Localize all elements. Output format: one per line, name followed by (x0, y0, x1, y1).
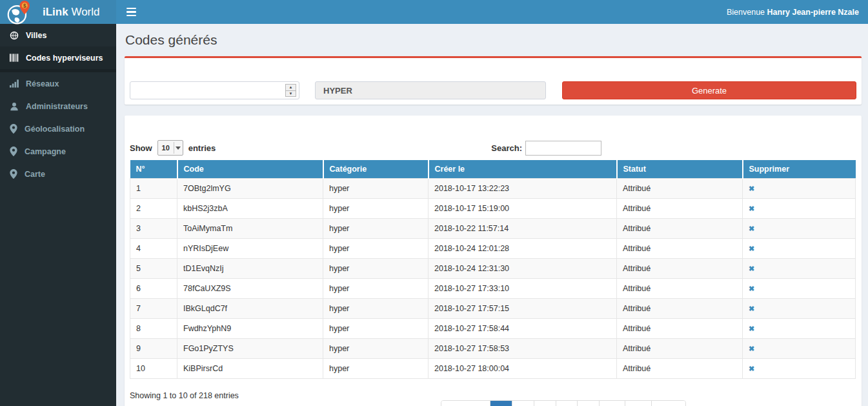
table-row: 10 KiBPirsrCd hyper 2018-10-27 18:00:04 … (130, 359, 856, 379)
table-row: 6 78fCaUXZ9S hyper 2018-10-27 17:33:10 A… (130, 279, 856, 299)
delete-icon[interactable]: ✖ (749, 205, 754, 212)
pagination-page-2[interactable]: 2 (512, 401, 534, 406)
cell-code: FGo1PyZTYS (177, 339, 323, 359)
header-categorie[interactable]: Catégorie (323, 160, 429, 179)
cell-statut: Attribué (617, 259, 743, 279)
sidebar-toggle-hamburger-icon[interactable] (116, 0, 146, 24)
page-length-select[interactable]: 10 (157, 140, 183, 156)
search-input[interactable] (525, 141, 601, 156)
cell-numero: 7 (130, 299, 177, 319)
table-row: 5 tD1EvqNzIj hyper 2018-10-24 12:31:30 A… (130, 259, 856, 279)
cell-statut: Attribué (617, 199, 743, 219)
cell-creer-le: 2018-10-27 17:58:44 (429, 319, 617, 339)
delete-icon[interactable]: ✖ (749, 225, 754, 232)
cell-statut: Attribué (617, 359, 743, 379)
header-supprimer[interactable]: Supprimer (743, 160, 856, 179)
search-label: Search: (491, 143, 522, 153)
cell-categorie: hyper (323, 319, 429, 339)
cell-code: kbHS2j3zbA (177, 199, 323, 219)
table-row: 7 IBkGLqdC7f hyper 2018-10-27 17:57:15 A… (130, 299, 856, 319)
cell-code: tD1EvqNzIj (177, 259, 323, 279)
quantity-field-wrap: ▲ ▼ (130, 81, 299, 99)
sidebar: Villes Codes hyperviseurs Réseaux Admini… (0, 24, 116, 406)
pagination-page-22[interactable]: 22 (625, 401, 651, 406)
cell-creer-le: 2018-10-27 18:00:04 (429, 359, 617, 379)
sidebar-item-campagne[interactable]: Campagne (0, 140, 116, 163)
table-row: 9 FGo1PyZTYS hyper 2018-10-27 17:58:53 A… (130, 339, 856, 359)
cell-code: 7OBtg2lmYG (177, 179, 323, 199)
cell-creer-le: 2018-10-17 13:22:23 (429, 179, 617, 199)
cell-creer-le: 2018-10-27 17:57:15 (429, 299, 617, 319)
header-numero[interactable]: N° (130, 160, 177, 179)
delete-icon[interactable]: ✖ (749, 285, 754, 292)
header-statut[interactable]: Statut (617, 160, 743, 179)
header-creer-le[interactable]: Créer le (429, 160, 617, 179)
cell-creer-le: 2018-10-24 12:31:30 (429, 259, 617, 279)
delete-icon[interactable]: ✖ (749, 185, 754, 192)
cell-creer-le: 2018-10-17 15:19:00 (429, 199, 617, 219)
header-code[interactable]: Code (177, 160, 323, 179)
show-label: Show (130, 143, 152, 153)
cell-categorie: hyper (323, 199, 429, 219)
entries-label: entries (188, 143, 216, 153)
quantity-input[interactable] (130, 81, 299, 99)
cell-numero: 10 (130, 359, 177, 379)
cell-categorie: hyper (323, 219, 429, 239)
delete-icon[interactable]: ✖ (749, 325, 754, 332)
spinner-up-button[interactable]: ▲ (285, 84, 296, 90)
pagination-page-1[interactable]: 1 (490, 401, 512, 406)
sidebar-item-villes[interactable]: Villes (0, 24, 116, 46)
codes-table-box: Show 10 entries Search: N° Code Catégori… (125, 116, 862, 406)
ilink-world-logo-icon: $ (5, 0, 34, 26)
globe-icon (10, 31, 19, 40)
signal-icon (10, 79, 19, 88)
code-generation-box: ▲ ▼ Generate (125, 56, 862, 105)
map-marker-icon (10, 147, 17, 156)
map-marker-icon (10, 169, 17, 179)
table-row: 4 nYRIsDjEew hyper 2018-10-24 12:01:28 A… (130, 239, 856, 259)
sidebar-item-administrateurs[interactable]: Administrateurs (0, 95, 116, 117)
generate-button[interactable]: Generate (562, 81, 856, 99)
cell-numero: 4 (130, 239, 177, 259)
cell-statut: Attribué (617, 219, 743, 239)
main-content: Codes générés ▲ ▼ Generate Show 10 (116, 24, 868, 406)
cell-code: IBkGLqdC7f (177, 299, 323, 319)
sidebar-item-geolocalisation[interactable]: Géolocalisation (0, 117, 116, 140)
svg-text:$: $ (23, 3, 26, 8)
cell-categorie: hyper (323, 359, 429, 379)
pagination-page-4[interactable]: 4 (556, 401, 578, 406)
pagination-page-5[interactable]: 5 (577, 401, 599, 406)
chevron-down-icon (174, 142, 183, 154)
logo-area[interactable]: $ iLink World (0, 0, 116, 24)
page-length-value: 10 (158, 144, 174, 152)
cell-statut: Attribué (617, 279, 743, 299)
search-control: Search: (491, 141, 601, 156)
delete-icon[interactable]: ✖ (749, 305, 754, 312)
pagination-page-3[interactable]: 3 (534, 401, 556, 406)
pagination-ellipsis: … (599, 401, 625, 406)
delete-icon[interactable]: ✖ (749, 265, 754, 272)
pagination-previous-button[interactable]: Previous (441, 401, 490, 406)
cell-categorie: hyper (323, 339, 429, 359)
generation-form: ▲ ▼ Generate (130, 81, 856, 99)
user-icon (10, 102, 19, 111)
delete-icon[interactable]: ✖ (749, 365, 754, 372)
delete-icon[interactable]: ✖ (749, 345, 754, 352)
pagination: Previous 1 2 3 4 5 … 22 Next (441, 400, 686, 406)
cell-categorie: hyper (323, 239, 429, 259)
pagination-next-button[interactable]: Next (651, 401, 685, 406)
sidebar-item-codes-hyperviseurs[interactable]: Codes hyperviseurs (0, 46, 116, 69)
table-footer: Showing 1 to 10 of 218 entries Previous … (130, 390, 856, 406)
category-input[interactable] (315, 81, 546, 99)
cell-categorie: hyper (323, 299, 429, 319)
sidebar-item-carte[interactable]: Carte (0, 163, 116, 185)
cell-code: ToAiMymaTm (177, 219, 323, 239)
cell-code: KiBPirsrCd (177, 359, 323, 379)
sidebar-item-reseaux[interactable]: Réseaux (0, 72, 116, 95)
cell-statut: Attribué (617, 299, 743, 319)
cell-statut: Attribué (617, 319, 743, 339)
delete-icon[interactable]: ✖ (749, 245, 754, 252)
user-name: Hanry Jean-pierre Nzale (767, 8, 859, 17)
spinner-down-button[interactable]: ▼ (285, 90, 296, 97)
codes-table: N° Code Catégorie Créer le Statut Suppri… (130, 160, 856, 379)
